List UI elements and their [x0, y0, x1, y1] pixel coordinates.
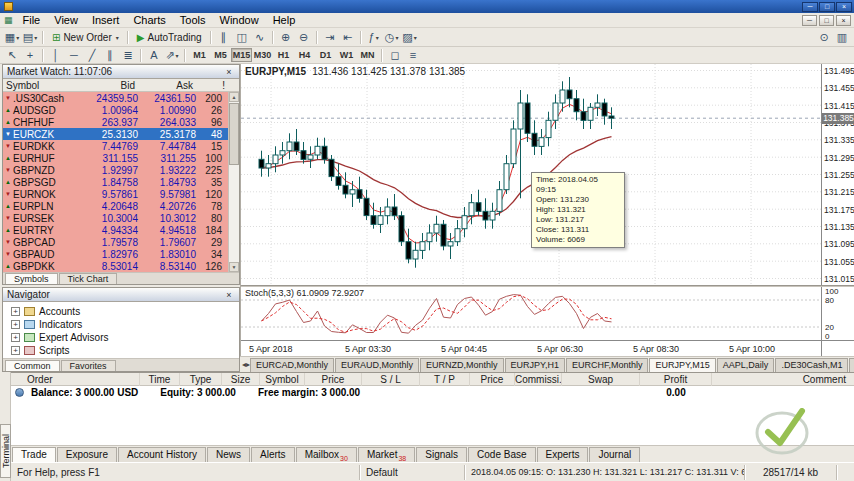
market-watch-row-eurczk[interactable]: ▼EURCZK25.313025.317848 [3, 128, 228, 140]
market-watch-row-gbpsgd[interactable]: ▲GBPSGD1.847581.8479335 [3, 176, 228, 188]
scrollbar-thumb[interactable] [229, 103, 239, 165]
chart-plot[interactable]: EURJPY,M15131.436 131.425 131.378 131.38… [241, 64, 821, 285]
terminal-tab-trade[interactable]: Trade [12, 447, 56, 462]
maximize-button[interactable]: □ [819, 2, 835, 12]
chart-tab-eurcad-monthly[interactable]: EURCAD,Monthly [250, 358, 334, 372]
status-profile[interactable]: Default [360, 465, 465, 480]
new-order-button[interactable]: ⊞New Order▾ [47, 29, 124, 45]
menu-help[interactable]: Help [266, 13, 303, 27]
zoom-in-icon[interactable]: ⊕ [277, 29, 295, 45]
timeframe-w1[interactable]: W1 [336, 48, 357, 62]
expand-plus-icon[interactable]: + [11, 320, 20, 329]
terminal-tab-account-history[interactable]: Account History [118, 447, 206, 462]
zoom-out-icon[interactable]: ⊖ [295, 29, 313, 45]
chart-tab-aapl-daily[interactable]: AAPL,Daily [717, 358, 775, 372]
auto-scroll-icon[interactable]: ⇥ [321, 29, 339, 45]
market-watch-row-eurdkk[interactable]: ▼EURDKK7.447697.4478415 [3, 140, 228, 152]
crosshair-icon[interactable]: + [21, 47, 39, 63]
chart-tab-wticrude-h1[interactable]: .WTICrude,H1 [849, 358, 854, 372]
stochastic-panel[interactable]: Stoch(5,3,3) 61.0909 72.9207 [241, 287, 821, 340]
timeframe-m1[interactable]: M1 [189, 48, 210, 62]
terminal-tab-alerts[interactable]: Alerts [251, 447, 295, 462]
profiles-icon[interactable]: ▤▾ [21, 29, 39, 45]
market-watch-row-eursek[interactable]: ▼EURSEK10.300410.301280 [3, 212, 228, 224]
terminal-tab-exposure[interactable]: Exposure [57, 447, 117, 462]
menu-view[interactable]: View [47, 13, 85, 27]
terminal-tab-experts[interactable]: Experts [537, 447, 589, 462]
expand-plus-icon[interactable]: + [11, 307, 20, 316]
templates-icon[interactable]: ▨▾ [401, 29, 419, 45]
indicator-list-icon[interactable]: ≡ [404, 47, 422, 63]
market-watch-row-gbpaud[interactable]: ▼GBPAUD1.829761.8301034 [3, 248, 228, 260]
autotrading-button[interactable]: ▶AutoTrading [132, 29, 207, 45]
search-icon[interactable]: ⊙ [815, 29, 833, 45]
terminal-tab-mailbox[interactable]: Mailbox30 [296, 447, 357, 462]
market-watch-row-chfhuf[interactable]: ▲CHFHUF263.937264.03396 [3, 116, 228, 128]
chart-tab-de30cash-m1[interactable]: .DE30Cash,M1 [775, 358, 848, 372]
market-watch-row-us30cash[interactable]: ▼.US30Cash24359.5024361.50200 [3, 92, 228, 104]
market-watch-scrollbar[interactable]: ▲ ▼ [228, 92, 239, 272]
fibonacci-icon[interactable]: ≣ [119, 47, 137, 63]
indicators-icon[interactable]: ƒ▾ [365, 29, 383, 45]
channel-icon[interactable]: ∥ [101, 47, 119, 63]
market-watch-row-gbpdkk[interactable]: ▲GBPDKK8.530148.53140126 [3, 260, 228, 272]
timeframe-d1[interactable]: D1 [315, 48, 336, 62]
timeframe-m5[interactable]: M5 [210, 48, 231, 62]
timeframe-mn[interactable]: MN [357, 48, 378, 62]
navigator-item-expert-advisors[interactable]: +Expert Advisors [3, 331, 239, 344]
menu-tools[interactable]: Tools [173, 13, 213, 27]
market-watch-row-eurpln[interactable]: ▲EURPLN4.206484.2072678 [3, 200, 228, 212]
chart-minimize-button[interactable]: ─ [802, 15, 817, 26]
tab-symbols[interactable]: Symbols [5, 273, 58, 284]
chart-tab-euraud-monthly[interactable]: EURAUD,Monthly [335, 358, 419, 372]
timeframe-h4[interactable]: H4 [294, 48, 315, 62]
chart-tab-eurchf-monthly[interactable]: EURCHF,Monthly [566, 358, 649, 372]
candlestick-chart-icon[interactable]: ◫ [233, 29, 251, 45]
objects-list-icon[interactable]: ◻ [386, 47, 404, 63]
bar-chart-icon[interactable]: ∥ [215, 29, 233, 45]
layout-icon[interactable]: ▥ [833, 29, 851, 45]
chart-tab-eurjpy-h1[interactable]: EURJPY,H1 [505, 358, 565, 372]
text-label-icon[interactable]: A [145, 47, 163, 63]
tab-tick-chart[interactable]: Tick Chart [59, 273, 118, 284]
timeframe-m30[interactable]: M30 [252, 48, 273, 62]
new-chart-icon[interactable]: ▦▾ [3, 29, 21, 45]
horizontal-line-icon[interactable]: ─ [65, 47, 83, 63]
menu-window[interactable]: Window [213, 13, 266, 27]
expand-plus-icon[interactable]: + [11, 346, 20, 355]
scroll-down-icon[interactable]: ▼ [229, 262, 239, 272]
vertical-line-icon[interactable]: │ [47, 47, 65, 63]
terminal-tab-news[interactable]: News [207, 447, 250, 462]
terminal-side-tab[interactable]: Terminal [0, 424, 11, 478]
market-watch-row-eurnok[interactable]: ▼EURNOK9.578619.57981120 [3, 188, 228, 200]
tab-common[interactable]: Common [5, 360, 60, 371]
close-icon[interactable]: × [223, 67, 235, 77]
cursor-icon[interactable]: ↖ [3, 47, 21, 63]
market-watch-row-eurtry[interactable]: ▲EURTRY4.943344.94518184 [3, 224, 228, 236]
minimize-button[interactable]: ─ [802, 2, 818, 12]
line-chart-icon[interactable]: ∿ [251, 29, 269, 45]
periods-icon[interactable]: ◷▾ [383, 29, 401, 45]
trendline-icon[interactable]: ╱ [83, 47, 101, 63]
chart-window-icon[interactable]: ▦ [4, 14, 13, 27]
navigator-item-indicators[interactable]: +Indicators [3, 318, 239, 331]
terminal-tab-signals[interactable]: Signals [416, 447, 467, 462]
market-watch-row-eurhuf[interactable]: ▲EURHUF311.155311.255100 [3, 152, 228, 164]
navigator-item-accounts[interactable]: +Accounts [3, 305, 239, 318]
chart-restore-button[interactable]: □ [819, 15, 834, 26]
menu-file[interactable]: File [16, 13, 48, 27]
terminal-tab-journal[interactable]: Journal [589, 447, 640, 462]
close-icon[interactable]: × [223, 290, 235, 300]
arrows-icon[interactable]: ⇗▾ [163, 47, 181, 63]
timeframe-h1[interactable]: H1 [273, 48, 294, 62]
chart-tab-eurjpy-m15[interactable]: EURJPY,M15 [649, 358, 715, 372]
terminal-tab-market[interactable]: Market38 [358, 447, 415, 462]
close-button[interactable]: × [836, 2, 852, 12]
market-watch-row-gbpnzd[interactable]: ▼GBPNZD1.929971.93222225 [3, 164, 228, 176]
menu-charts[interactable]: Charts [126, 13, 172, 27]
chart-tab-eurnzd-monthly[interactable]: EURNZD,Monthly [420, 358, 504, 372]
timeframe-m15[interactable]: M15 [231, 48, 252, 62]
expand-plus-icon[interactable]: + [11, 333, 20, 342]
tab-favorites[interactable]: Favorites [61, 360, 116, 371]
navigator-item-scripts[interactable]: +Scripts [3, 344, 239, 357]
